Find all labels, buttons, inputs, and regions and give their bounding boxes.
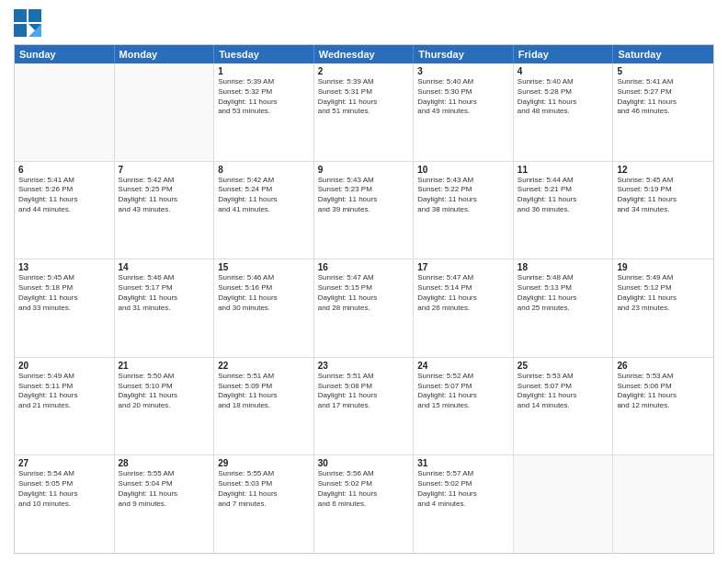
cell-line: Sunset: 5:07 PM	[518, 382, 609, 392]
cell-line: Daylight: 11 hours	[119, 489, 210, 500]
cell-line: Sunset: 5:23 PM	[318, 185, 410, 195]
day-number: 6	[18, 165, 110, 175]
cell-line: Daylight: 11 hours	[617, 391, 710, 401]
cell-line: Daylight: 11 hours	[518, 391, 609, 401]
day-number: 16	[318, 262, 410, 272]
cell-line: and 21 minutes.	[18, 401, 110, 411]
day-number: 15	[218, 262, 310, 272]
day-number: 11	[518, 165, 609, 175]
cell-line: Sunset: 5:22 PM	[417, 185, 509, 195]
cell-line: Sunset: 5:15 PM	[318, 283, 410, 293]
day-number: 23	[318, 361, 410, 371]
cell-line: Sunrise: 5:53 AM	[617, 372, 710, 382]
table-cell: 8Sunrise: 5:42 AMSunset: 5:24 PMDaylight…	[214, 162, 314, 259]
cell-line: and 41 minutes.	[218, 205, 310, 215]
cell-line: Sunrise: 5:41 AM	[617, 77, 710, 87]
table-cell: 11Sunrise: 5:44 AMSunset: 5:21 PMDayligh…	[514, 162, 614, 259]
cell-line: Sunrise: 5:55 AM	[119, 469, 210, 479]
cell-line: Daylight: 11 hours	[318, 293, 410, 304]
cell-line: Sunset: 5:02 PM	[417, 479, 509, 489]
cell-line: Sunset: 5:08 PM	[318, 382, 410, 392]
day-number: 31	[417, 458, 509, 468]
cell-line: and 9 minutes.	[119, 500, 210, 510]
cell-line: Daylight: 11 hours	[417, 391, 509, 401]
calendar-header-cell: Sunday	[15, 45, 115, 63]
cell-line: Sunset: 5:18 PM	[18, 283, 110, 293]
cell-line: and 36 minutes.	[518, 205, 609, 215]
table-cell: 17Sunrise: 5:47 AMSunset: 5:14 PMDayligh…	[414, 259, 514, 357]
day-number: 13	[18, 262, 110, 272]
svg-rect-0	[14, 9, 27, 22]
cell-line: Sunrise: 5:43 AM	[318, 176, 410, 186]
cell-line: Sunset: 5:13 PM	[518, 283, 609, 293]
table-cell: 3Sunrise: 5:40 AMSunset: 5:30 PMDaylight…	[414, 63, 514, 161]
cell-line: Daylight: 11 hours	[417, 98, 509, 108]
cell-line: Sunrise: 5:45 AM	[617, 176, 710, 186]
cell-line: Daylight: 11 hours	[18, 195, 110, 205]
svg-rect-1	[28, 9, 41, 22]
cell-line: Sunrise: 5:55 AM	[218, 469, 310, 479]
cell-line: Sunrise: 5:40 AM	[417, 77, 509, 87]
cell-line: Daylight: 11 hours	[18, 489, 110, 500]
cell-line: and 53 minutes.	[218, 107, 310, 117]
table-cell: 25Sunrise: 5:53 AMSunset: 5:07 PMDayligh…	[514, 358, 614, 455]
cell-line: Sunset: 5:25 PM	[119, 185, 210, 195]
day-number: 20	[18, 361, 110, 371]
cell-line: Sunset: 5:10 PM	[119, 382, 210, 392]
cell-line: and 38 minutes.	[417, 205, 509, 215]
table-cell: 5Sunrise: 5:41 AMSunset: 5:27 PMDaylight…	[613, 63, 713, 161]
cell-line: Sunrise: 5:43 AM	[417, 176, 509, 186]
cell-line: Daylight: 11 hours	[119, 293, 210, 304]
cell-line: and 39 minutes.	[318, 205, 410, 215]
cell-line: and 28 minutes.	[318, 304, 410, 314]
day-number: 29	[218, 458, 310, 468]
cell-line: Sunset: 5:19 PM	[617, 185, 710, 195]
table-cell	[613, 455, 713, 553]
cell-line: Daylight: 11 hours	[417, 293, 509, 304]
table-cell: 22Sunrise: 5:51 AMSunset: 5:09 PMDayligh…	[214, 358, 314, 455]
cell-line: Daylight: 11 hours	[318, 489, 410, 500]
day-number: 17	[417, 262, 509, 272]
calendar-header-cell: Friday	[514, 45, 614, 63]
cell-line: Sunrise: 5:42 AM	[218, 176, 310, 186]
cell-line: Sunrise: 5:40 AM	[518, 77, 609, 87]
cell-line: Sunrise: 5:41 AM	[18, 176, 110, 186]
table-cell	[115, 63, 215, 161]
cell-line: Sunset: 5:04 PM	[119, 479, 210, 489]
table-cell: 16Sunrise: 5:47 AMSunset: 5:15 PMDayligh…	[314, 259, 415, 357]
cell-line: Sunset: 5:09 PM	[218, 382, 310, 392]
cell-line: Sunrise: 5:52 AM	[417, 372, 509, 382]
cell-line: Sunrise: 5:39 AM	[318, 77, 410, 87]
cell-line: Daylight: 11 hours	[218, 293, 310, 304]
cell-line: Sunset: 5:24 PM	[218, 185, 310, 195]
table-cell: 24Sunrise: 5:52 AMSunset: 5:07 PMDayligh…	[414, 358, 514, 455]
table-row: 20Sunrise: 5:49 AMSunset: 5:11 PMDayligh…	[15, 358, 713, 456]
cell-line: Sunrise: 5:42 AM	[119, 176, 210, 186]
cell-line: and 12 minutes.	[617, 401, 710, 411]
cell-line: Daylight: 11 hours	[218, 98, 310, 108]
cell-line: Sunrise: 5:54 AM	[18, 469, 110, 479]
cell-line: Sunset: 5:07 PM	[417, 382, 509, 392]
calendar-header-cell: Wednesday	[314, 45, 415, 63]
day-number: 25	[518, 361, 609, 371]
cell-line: Daylight: 11 hours	[617, 293, 710, 304]
table-cell: 7Sunrise: 5:42 AMSunset: 5:25 PMDaylight…	[115, 162, 215, 259]
cell-line: and 17 minutes.	[318, 401, 410, 411]
cell-line: Daylight: 11 hours	[318, 195, 410, 205]
day-number: 7	[119, 165, 210, 175]
cell-line: Daylight: 11 hours	[119, 195, 210, 205]
table-cell: 19Sunrise: 5:49 AMSunset: 5:12 PMDayligh…	[613, 259, 713, 357]
calendar-header-cell: Saturday	[613, 45, 713, 63]
cell-line: Sunset: 5:28 PM	[518, 87, 609, 98]
cell-line: Sunset: 5:27 PM	[617, 87, 710, 98]
calendar: SundayMondayTuesdayWednesdayThursdayFrid…	[14, 44, 714, 554]
cell-line: Daylight: 11 hours	[318, 98, 410, 108]
cell-line: Daylight: 11 hours	[518, 293, 609, 304]
table-row: 27Sunrise: 5:54 AMSunset: 5:05 PMDayligh…	[15, 455, 713, 553]
calendar-header-cell: Thursday	[414, 45, 514, 63]
day-number: 4	[518, 66, 609, 76]
cell-line: and 15 minutes.	[417, 401, 509, 411]
cell-line: Daylight: 11 hours	[518, 98, 609, 108]
cell-line: Sunset: 5:11 PM	[18, 382, 110, 392]
cell-line: Sunset: 5:16 PM	[218, 283, 310, 293]
